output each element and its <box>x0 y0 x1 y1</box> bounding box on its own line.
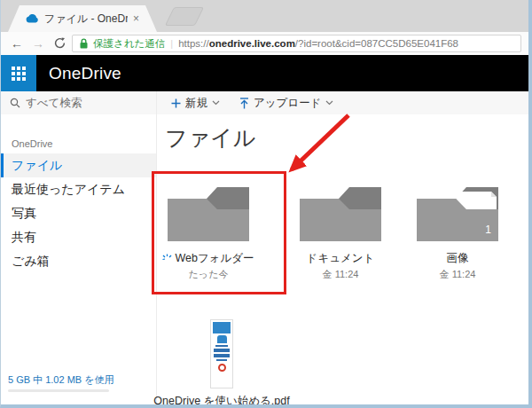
tab-title: ファイル - OneDrive <box>44 12 128 27</box>
forward-button[interactable]: → <box>29 37 47 50</box>
back-button[interactable]: ← <box>8 37 26 50</box>
tab-close-icon[interactable]: × <box>133 13 139 24</box>
address-separator: | <box>170 38 173 49</box>
folder-name: 画像 <box>447 251 469 266</box>
upload-button-label: アップロード <box>254 96 321 111</box>
folder-name: Webフォルダー <box>175 251 254 266</box>
browser-tab[interactable]: ファイル - OneDrive × <box>8 5 157 32</box>
folder-item-count: 1 <box>485 224 491 236</box>
upload-icon <box>239 98 249 109</box>
onedrive-cloud-icon <box>26 14 39 23</box>
security-label: 保護された通信 <box>93 37 165 51</box>
pdf-thumbnail <box>210 319 233 388</box>
search-box[interactable] <box>1 91 156 114</box>
browser-navbar: ← → 保護された通信 | https://onedrive.live.com/… <box>1 32 528 55</box>
app-launcher-button[interactable] <box>1 55 36 91</box>
chevron-down-icon <box>212 100 220 106</box>
url-scheme: https:// <box>178 38 209 49</box>
new-item-sparkle-icon <box>162 254 172 263</box>
sidebar-item-files[interactable]: ファイル <box>1 153 156 177</box>
app-title[interactable]: OneDrive <box>49 55 121 91</box>
sidebar-item-recent[interactable]: 最近使ったアイテム <box>1 177 156 201</box>
browser-window: ファイル - OneDrive × ← → 保護された通信 | https://… <box>0 0 532 408</box>
storage-progress-bar <box>8 389 109 392</box>
url-path: /?id=root&cid=087CC5D65E041F68 <box>295 38 458 49</box>
file-tile-pdf[interactable]: OneDrive を使い始める.pdf <box>151 319 293 408</box>
sidebar-item-shared[interactable]: 共有 <box>1 225 156 249</box>
page-title: ファイル <box>165 123 255 153</box>
sidebar: OneDrive ファイル 最近使ったアイテム 写真 共有 ごみ箱 5 GB 中… <box>1 91 157 404</box>
pdf-file-name: OneDrive を使い始める.pdf <box>151 394 293 408</box>
folder-name: ドキュメント <box>307 251 375 266</box>
folder-icon: 1 <box>415 184 500 243</box>
folder-meta: 金 11:24 <box>395 268 520 281</box>
plus-icon <box>171 98 181 108</box>
folder-name-row: 画像 <box>395 251 520 266</box>
reload-icon <box>54 37 66 49</box>
upload-button[interactable]: アップロード <box>239 96 333 111</box>
command-bar: 新規 アップロード <box>157 91 528 114</box>
reload-button[interactable] <box>51 37 68 51</box>
new-tab-button[interactable] <box>165 7 204 26</box>
folder-icon <box>298 184 383 243</box>
folder-meta: たった今 <box>146 268 270 281</box>
new-button[interactable]: 新規 <box>171 96 220 111</box>
url-text: https://onedrive.live.com/?id=root&cid=0… <box>178 38 458 49</box>
address-bar[interactable]: 保護された通信 | https://onedrive.live.com/?id=… <box>72 35 521 52</box>
browser-tab-bar: ファイル - OneDrive × <box>1 0 528 32</box>
sidebar-item-recyclebin[interactable]: ごみ箱 <box>1 249 156 273</box>
folder-tile-webfolder[interactable]: Webフォルダー たった今 <box>146 184 270 281</box>
app-header: OneDrive <box>1 55 528 91</box>
sidebar-section-label: OneDrive <box>12 138 52 149</box>
folder-name-row: ドキュメント <box>278 251 403 266</box>
search-input[interactable] <box>26 97 141 109</box>
main-area: 新規 アップロード ファイル <box>157 91 528 404</box>
search-icon <box>10 98 20 108</box>
url-host: onedrive.live.com <box>209 38 295 49</box>
sidebar-item-photos[interactable]: 写真 <box>1 201 156 225</box>
new-button-label: 新規 <box>185 96 207 111</box>
folder-icon <box>166 184 251 243</box>
sidebar-nav: ファイル 最近使ったアイテム 写真 共有 ごみ箱 <box>1 153 156 273</box>
folder-tile-images[interactable]: 1 画像 金 11:24 <box>395 184 520 281</box>
folder-meta: 金 11:24 <box>278 268 403 281</box>
chevron-down-icon <box>325 100 333 106</box>
secure-lock-icon <box>80 38 88 49</box>
storage-usage-link[interactable]: 5 GB 中 1.02 MB を使用 <box>8 373 113 387</box>
waffle-icon <box>12 67 26 81</box>
folder-name-row: Webフォルダー <box>146 251 270 266</box>
folder-tile-documents[interactable]: ドキュメント 金 11:24 <box>278 184 403 281</box>
